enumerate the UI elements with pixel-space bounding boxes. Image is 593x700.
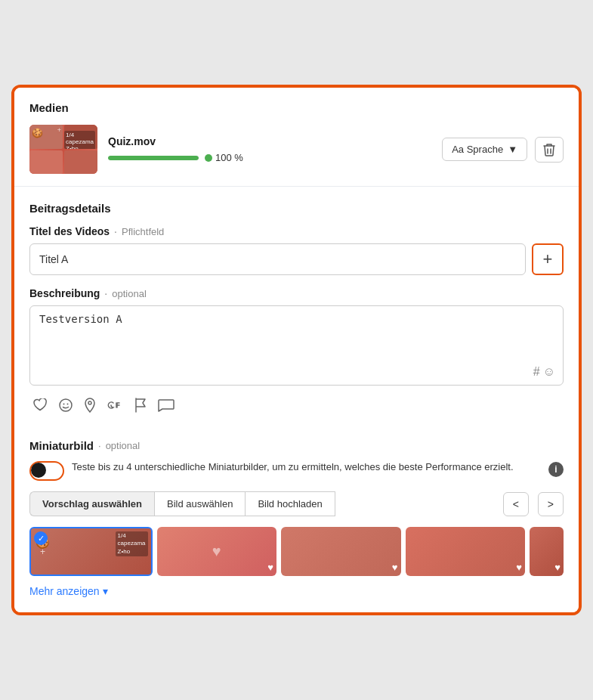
mini-description-row: Teste bis zu 4 unterschiedliche Miniatur… <box>29 460 564 481</box>
hash-icon: # <box>533 365 540 379</box>
mehr-anzeigen-link[interactable]: Mehr anzeigen ▾ <box>29 585 564 600</box>
media-row: 🍪 + 1/4capezamaZ•ho Quiz.mov <box>29 125 564 174</box>
description-textarea-wrapper: Testversion A # ☺ <box>29 305 564 386</box>
tab-row: Vorschlag auswählen Bild auswählen Bild … <box>29 491 564 516</box>
thumbnail-item-5[interactable]: ♥ <box>530 527 564 576</box>
titel-separator: · <box>114 225 117 237</box>
trash-icon <box>543 143 555 156</box>
title-input[interactable] <box>29 243 526 275</box>
toolbar-location-icon[interactable] <box>84 398 96 417</box>
sprache-button[interactable]: Aa Sprache ▼ <box>442 138 527 161</box>
card: Medien 🍪 + 1/4capezamaZ•ho <box>14 88 579 612</box>
progress-dot <box>205 154 212 162</box>
nav-prev-button[interactable]: < <box>503 492 529 516</box>
toolbar-flag-icon[interactable] <box>134 398 147 417</box>
media-actions: Aa Sprache ▼ <box>442 137 564 163</box>
toolbar-gif-icon[interactable] <box>107 398 123 416</box>
main-panel: Medien 🍪 + 1/4capezamaZ•ho <box>11 85 582 615</box>
progress-bar-container <box>108 156 199 160</box>
titel-label-text: Titel des Videos <box>29 225 110 237</box>
thumbnail-item-1[interactable]: 🍪 1/4capezamaZ•ho + ✓ <box>29 527 153 576</box>
thumb-heart-3: ♥ <box>392 562 398 573</box>
mini-separator: · <box>98 440 101 451</box>
media-thumbnail: 🍪 + 1/4capezamaZ•ho <box>29 125 97 174</box>
toggle-knob <box>31 463 46 478</box>
beschreibung-label-text: Beschreibung <box>29 287 100 299</box>
chevron-right-icon: > <box>548 498 554 510</box>
tab-bild-hochladen[interactable]: Bild hochladen <box>245 491 335 516</box>
progress-label: 100 % <box>215 152 243 163</box>
thumb-heart-2: ♥ <box>267 562 273 573</box>
plus-icon: + <box>543 249 553 269</box>
toolbar-emoji-icon[interactable] <box>58 398 73 417</box>
tab-vorschlag[interactable]: Vorschlag auswählen <box>29 491 154 516</box>
emoji-icon: ☺ <box>543 365 555 379</box>
thumbnail-item-2[interactable]: ♥ ♥ <box>157 527 277 576</box>
plus-button[interactable]: + <box>532 243 564 275</box>
miniaturbild-section: Miniaturbild · optional Teste bis zu 4 u… <box>14 439 579 612</box>
media-info: Quiz.mov 100 % <box>108 135 431 163</box>
nav-next-button[interactable]: > <box>538 492 564 516</box>
info-icon: i <box>554 464 557 475</box>
toolbar-icons <box>29 393 564 427</box>
thumbnails-row: 🍪 1/4capezamaZ•ho + ✓ ♥ ♥ ♥ <box>29 527 564 576</box>
info-button[interactable]: i <box>548 462 564 477</box>
toggle-button[interactable] <box>29 461 64 481</box>
medien-section: Medien 🍪 + 1/4capezamaZ•ho <box>14 88 579 187</box>
beitragsdetails-title: Beitragsdetails <box>29 202 564 215</box>
toolbar-heart-icon[interactable] <box>32 398 48 416</box>
title-input-row: + <box>29 243 564 275</box>
svg-point-1 <box>63 404 65 405</box>
mini-label-text: Miniaturbild <box>29 439 94 452</box>
medien-title: Medien <box>29 101 564 114</box>
titel-label: Titel des Videos · Pflichtfeld <box>29 225 564 237</box>
media-filename: Quiz.mov <box>108 135 431 147</box>
delete-button[interactable] <box>535 137 564 163</box>
svg-point-3 <box>88 401 91 404</box>
progress-status: 100 % <box>205 152 243 163</box>
nav-btn-group: < > <box>497 492 564 516</box>
selected-check: ✓ <box>34 531 48 545</box>
mini-sublabel: optional <box>106 440 141 451</box>
svg-point-0 <box>60 399 72 411</box>
thumb-heart-5: ♥ <box>554 562 561 573</box>
toolbar-message-icon[interactable] <box>158 398 175 416</box>
sprache-chevron-icon: ▼ <box>508 144 517 155</box>
progress-row: 100 % <box>108 152 431 163</box>
textarea-icons: # ☺ <box>533 365 555 379</box>
tab-bild-auswaehlen[interactable]: Bild auswählen <box>154 491 245 516</box>
chevron-down-icon: ▾ <box>103 585 108 597</box>
thumb-heart-4: ♥ <box>516 562 522 573</box>
mini-label-row: Miniaturbild · optional <box>29 439 564 452</box>
mehr-anzeigen-label: Mehr anzeigen <box>29 585 100 597</box>
beitragsdetails-section: Beitragsdetails Titel des Videos · Pflic… <box>14 187 579 439</box>
beschreibung-separator: · <box>104 287 107 299</box>
sprache-label: Aa Sprache <box>452 144 503 155</box>
thumbnail-item-3[interactable]: ♥ <box>281 527 401 576</box>
thumbnail-item-4[interactable]: ♥ <box>406 527 526 576</box>
titel-sublabel: Pflichtfeld <box>122 226 164 237</box>
description-textarea[interactable]: Testversion A <box>30 306 563 382</box>
beschreibung-sublabel: optional <box>112 288 147 299</box>
svg-point-2 <box>67 404 69 405</box>
mini-description-text: Teste bis zu 4 unterschiedliche Miniatur… <box>72 460 541 475</box>
chevron-left-icon: < <box>513 498 519 510</box>
beschreibung-label: Beschreibung · optional <box>29 287 564 299</box>
progress-bar-fill <box>108 156 199 160</box>
